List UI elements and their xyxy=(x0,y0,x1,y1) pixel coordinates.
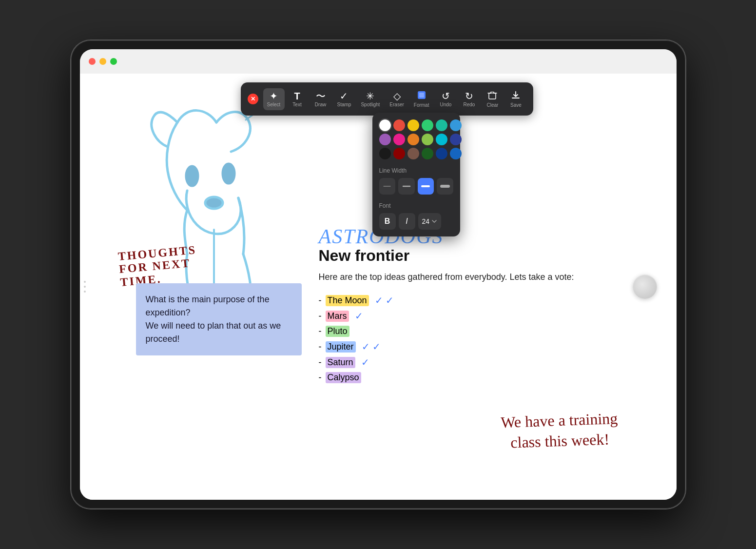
main-content: New frontier Here are the top ideas gath… xyxy=(319,247,611,387)
font-label: Font xyxy=(379,202,453,209)
draw-label: Draw xyxy=(315,102,326,107)
content-body: Here are the top ideas gathered from eve… xyxy=(319,271,611,284)
stamp-label: Stamp xyxy=(337,102,351,107)
toolbar-spotlight[interactable]: ✳ Spotlight xyxy=(357,88,384,110)
moon-checks: ✓ ✓ xyxy=(375,294,394,306)
minimize-window-btn[interactable] xyxy=(99,58,106,65)
color-teal[interactable] xyxy=(436,119,447,131)
toolbar-clear[interactable]: Clear xyxy=(482,87,503,111)
eraser-icon: ◇ xyxy=(393,91,401,101)
color-orange[interactable] xyxy=(407,134,419,145)
saturn-checks: ✓ xyxy=(361,356,369,368)
mars-checks: ✓ xyxy=(355,310,363,322)
format-label: Format xyxy=(414,102,429,108)
line-width-thin[interactable] xyxy=(379,178,396,195)
planet-calypso: Calypso xyxy=(326,372,361,383)
font-row: B I 24 xyxy=(379,213,453,230)
toolbar-eraser[interactable]: ◇ Eraser xyxy=(386,88,407,110)
scroll-handle[interactable] xyxy=(633,274,657,299)
toolbar-select[interactable]: ✦ Select xyxy=(263,88,285,110)
training-line2: class this week! xyxy=(501,429,619,453)
toolbar-draw[interactable]: 〜 Draw xyxy=(310,88,331,110)
side-dot xyxy=(84,286,86,288)
color-white[interactable] xyxy=(379,119,391,131)
vote-item-saturn: - Saturn ✓ xyxy=(319,356,611,368)
color-brown[interactable] xyxy=(407,148,419,159)
line-width-row xyxy=(379,178,453,195)
line-width-extra[interactable] xyxy=(437,178,453,195)
color-yellow[interactable] xyxy=(407,119,419,131)
vote-prefix: - xyxy=(319,357,322,368)
line-width-thick[interactable] xyxy=(418,178,434,195)
color-navy[interactable] xyxy=(450,134,462,145)
font-size-picker[interactable]: 24 xyxy=(418,213,442,230)
color-darkgreen[interactable] xyxy=(422,148,433,159)
clear-icon xyxy=(487,90,497,101)
color-darkblue[interactable] xyxy=(436,148,447,159)
vote-item-mars: - Mars ✓ xyxy=(319,310,611,322)
planet-jupiter: Jupiter xyxy=(326,341,356,353)
color-blue[interactable] xyxy=(450,119,462,131)
redo-label: Redo xyxy=(464,102,475,107)
side-dot xyxy=(84,291,86,293)
vote-prefix: - xyxy=(319,373,322,383)
planet-saturn: Saturn xyxy=(326,357,355,368)
color-green[interactable] xyxy=(422,119,433,131)
font-size-value: 24 xyxy=(422,217,430,225)
save-label: Save xyxy=(510,102,522,108)
planet-mars: Mars xyxy=(326,311,349,322)
clear-label: Clear xyxy=(487,102,499,108)
canvas-area[interactable]: ✕ ✦ Select T Text 〜 Draw ✓ Stamp xyxy=(80,74,677,500)
eraser-label: Eraser xyxy=(389,102,404,107)
text-icon: T xyxy=(294,91,300,101)
toolbar-format[interactable]: Format xyxy=(410,87,433,111)
undo-label: Undo xyxy=(440,102,452,107)
vote-item-calypso: - Calypso xyxy=(319,372,611,383)
device-inner: ✕ ✦ Select T Text 〜 Draw ✓ Stamp xyxy=(80,49,677,500)
color-red[interactable] xyxy=(393,119,405,131)
svg-point-8 xyxy=(186,166,198,186)
vote-prefix: - xyxy=(319,311,322,321)
jupiter-checks: ✓ ✓ xyxy=(362,341,381,353)
stamp-icon: ✓ xyxy=(340,91,348,101)
window-controls xyxy=(89,58,117,65)
spotlight-label: Spotlight xyxy=(361,102,380,107)
side-dot xyxy=(84,281,86,283)
toolbar-stamp[interactable]: ✓ Stamp xyxy=(333,88,355,110)
color-grid xyxy=(379,119,453,159)
top-bar xyxy=(80,49,677,74)
toolbar-undo[interactable]: ↺ Undo xyxy=(435,88,456,110)
italic-button[interactable]: I xyxy=(399,213,415,230)
maximize-window-btn[interactable] xyxy=(110,58,117,65)
toolbar-text[interactable]: T Text xyxy=(287,88,308,110)
svg-rect-1 xyxy=(419,93,424,98)
format-icon xyxy=(417,90,426,101)
vote-prefix: - xyxy=(319,342,322,352)
toolbar-redo[interactable]: ↻ Redo xyxy=(458,88,480,110)
color-purple[interactable] xyxy=(379,134,391,145)
close-window-btn[interactable] xyxy=(89,58,96,65)
toolbar-close-button[interactable]: ✕ xyxy=(248,94,258,104)
bold-button[interactable]: B xyxy=(379,213,396,230)
toolbar: ✕ ✦ Select T Text 〜 Draw ✓ Stamp xyxy=(241,82,534,116)
format-popup: Line Width Font xyxy=(372,113,460,236)
handwritten-thoughts: THOUGHTS FOR NEXT TIME. xyxy=(117,243,199,289)
color-pink[interactable] xyxy=(393,134,405,145)
color-lime[interactable] xyxy=(422,134,433,145)
svg-point-7 xyxy=(205,197,223,209)
content-title: New frontier xyxy=(319,247,611,265)
svg-rect-2 xyxy=(489,93,496,99)
color-darkred[interactable] xyxy=(393,148,405,159)
color-indigo[interactable] xyxy=(450,148,462,159)
sticky-note: What is the main purpose of the expediti… xyxy=(136,283,302,355)
device-frame: ✕ ✦ Select T Text 〜 Draw ✓ Stamp xyxy=(71,40,685,509)
select-icon: ✦ xyxy=(270,91,278,101)
line-width-medium[interactable] xyxy=(398,178,415,195)
sticky-note-text: What is the main purpose of the expediti… xyxy=(146,294,281,344)
vote-prefix: - xyxy=(319,295,322,306)
toolbar-save[interactable]: Save xyxy=(505,87,526,111)
color-cyan[interactable] xyxy=(436,134,447,145)
color-black[interactable] xyxy=(379,148,391,159)
training-text: We have a training class this week! xyxy=(500,409,619,453)
vote-item-pluto: - Pluto xyxy=(319,326,611,337)
